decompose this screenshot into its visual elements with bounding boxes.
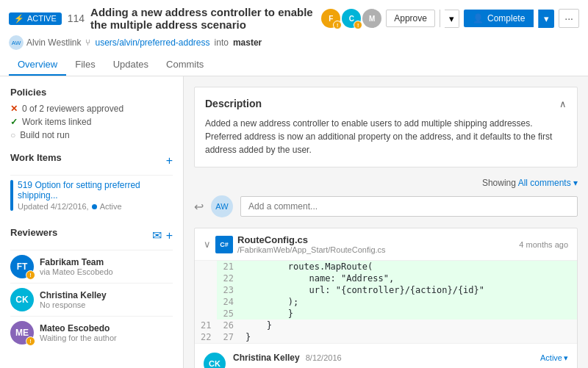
line-num-new-6: 26 xyxy=(217,320,239,331)
user-icon: 👤 xyxy=(473,13,484,24)
file-collapse-icon[interactable]: ∨ xyxy=(204,239,211,250)
description-body: Added a new address controller to enable… xyxy=(205,117,567,156)
code-content-4: ); xyxy=(240,296,577,308)
code-line-5: 25 } xyxy=(195,308,577,320)
status-chevron-icon: ▾ xyxy=(564,353,568,363)
reviewer-sub-0: via Mateo Escobedo xyxy=(40,267,173,276)
wi-status-dot xyxy=(92,204,97,209)
file-time: 4 months ago xyxy=(519,240,568,249)
reviewer-action-buttons: ✉ + xyxy=(152,230,173,242)
comments-filter-row: Showing All comments ▾ xyxy=(194,178,578,188)
code-line-7: 22 27 } xyxy=(195,331,577,343)
header: ⚡ ACTIVE 114 Adding a new address contro… xyxy=(0,0,588,76)
collapse-icon[interactable]: ∧ xyxy=(559,98,567,109)
code-content-1: routes.MapRoute( xyxy=(240,261,577,273)
tab-commits[interactable]: Commits xyxy=(157,54,212,76)
comment-date-0: 8/12/2016 xyxy=(306,353,342,362)
reply-arrow-icon: ↩ xyxy=(194,200,204,214)
email-reviewer-button[interactable]: ✉ xyxy=(152,230,162,242)
target-branch[interactable]: master xyxy=(233,37,262,48)
reviewer-badge-2: ! xyxy=(354,21,362,29)
line-num-new-7: 27 xyxy=(217,331,239,343)
reviewer-avatars: F ! C ! M xyxy=(321,9,381,28)
work-items-header: Work Items + xyxy=(10,152,173,169)
work-item-0: 519 Option for setting preferred shippin… xyxy=(10,175,173,215)
approve-dropdown-button[interactable]: ▾ xyxy=(445,10,459,28)
reviewer-name-1: Christina Kelley xyxy=(40,290,173,300)
policy-item-2: ○ Build not run xyxy=(10,130,173,140)
code-line-3: 23 url: "{controller}/{action}/{id}" xyxy=(195,284,577,296)
reviewers-title: Reviewers xyxy=(10,227,57,238)
wi-meta: Updated 4/12/2016, Active xyxy=(18,202,173,211)
header-sub-row: AW Alvin Westlink ⑂ users/alvin/preferre… xyxy=(9,35,579,50)
description-title: Description xyxy=(205,98,262,109)
reviewer-item-1: CK Christina Kelley No response xyxy=(10,283,173,316)
line-num-old-3 xyxy=(195,284,217,296)
avatar-reviewer-1[interactable]: F ! xyxy=(321,9,340,28)
reviewer-badge-1: ! xyxy=(333,21,342,29)
line-num-new-2: 22 xyxy=(217,273,239,284)
reviewer-info-1: Christina Kelley No response xyxy=(40,290,173,309)
complete-dropdown-button[interactable]: ▾ xyxy=(538,10,554,28)
policies-title: Policies xyxy=(10,87,173,98)
header-actions: F ! C ! M Approve ▾ 👤 Complete ▾ ··· xyxy=(321,9,579,28)
header-top-row: ⚡ ACTIVE 114 Adding a new address contro… xyxy=(9,6,579,31)
file-type-icon: C# xyxy=(215,236,233,253)
tab-files[interactable]: Files xyxy=(66,54,104,76)
content-area: Description ∧ Added a new address contro… xyxy=(184,76,588,368)
source-branch[interactable]: users/alvin/preferred-address xyxy=(95,37,209,48)
wi-title[interactable]: 519 Option for setting preferred shippin… xyxy=(18,180,173,201)
reviewer-avatar-1: CK xyxy=(10,288,34,311)
wi-content: 519 Option for setting preferred shippin… xyxy=(18,180,173,211)
policy-x-icon: ✕ xyxy=(10,104,18,114)
line-num-old-7: 22 xyxy=(195,331,217,343)
current-user-avatar: AW xyxy=(211,195,233,217)
code-line-2: 22 name: "Address", xyxy=(195,273,577,284)
tab-overview[interactable]: Overview xyxy=(9,54,66,76)
pr-author: AW Alvin Westlink xyxy=(9,35,81,50)
line-num-old-4 xyxy=(195,296,217,308)
reviewer-sub-2: Waiting for the author xyxy=(40,333,173,342)
code-content-7: } xyxy=(240,331,577,343)
line-num-old-6: 21 xyxy=(195,320,217,331)
branch-fork-icon: ⑂ xyxy=(85,37,90,48)
divider xyxy=(440,10,440,27)
comments-filter-link[interactable]: All comments ▾ xyxy=(518,178,578,188)
policy-text-0: 0 of 2 reviewers approved xyxy=(22,104,123,114)
comment-status-0[interactable]: Active ▾ xyxy=(540,353,568,363)
avatar-reviewer-2[interactable]: C ! xyxy=(342,9,361,28)
wi-bar xyxy=(10,180,13,211)
into-label: into xyxy=(215,37,229,48)
comment-avatar-0: CK xyxy=(204,353,226,368)
policy-item-0: ✕ 0 of 2 reviewers approved xyxy=(10,104,173,114)
file-name-path: RouteConfig.cs /FabrikamWeb/App_Start/Ro… xyxy=(237,234,386,254)
policies-section: Policies ✕ 0 of 2 reviewers approved ✓ W… xyxy=(10,87,173,140)
comment-input[interactable] xyxy=(240,196,578,217)
approve-button[interactable]: Approve xyxy=(386,10,435,27)
complete-button[interactable]: 👤 Complete xyxy=(464,10,534,27)
file-name: RouteConfig.cs xyxy=(237,234,386,245)
description-card: Description ∧ Added a new address contro… xyxy=(194,87,578,167)
more-options-button[interactable]: ··· xyxy=(559,9,579,28)
wi-id: 519 xyxy=(18,180,32,190)
tab-updates[interactable]: Updates xyxy=(104,54,157,76)
file-card-header: ∨ C# RouteConfig.cs /FabrikamWeb/App_Sta… xyxy=(195,228,577,261)
policy-text-1: Work items linked xyxy=(22,117,91,127)
reviewers-header: Reviewers ✉ + xyxy=(10,227,173,244)
add-work-item-button[interactable]: + xyxy=(166,155,173,167)
reviewer-avatar-2: ME ! xyxy=(10,321,34,344)
status-badge: ⚡ ACTIVE xyxy=(9,12,62,25)
reviewer-info-0: Fabrikam Team via Mateo Escobedo xyxy=(40,257,173,276)
wi-status: Active xyxy=(100,202,122,211)
add-reviewer-button[interactable]: + xyxy=(166,230,173,242)
sidebar: Policies ✕ 0 of 2 reviewers approved ✓ W… xyxy=(0,76,184,368)
reviewer-name-2: Mateo Escobedo xyxy=(40,323,173,333)
avatar-reviewer-3[interactable]: M xyxy=(362,9,381,28)
reviewer-item-2: ME ! Mateo Escobedo Waiting for the auth… xyxy=(10,316,173,349)
work-items-title: Work Items xyxy=(10,152,62,163)
code-content-6: } xyxy=(240,320,577,331)
line-num-new-3: 23 xyxy=(217,284,239,296)
comment-author-0: Christina Kelley xyxy=(233,353,300,363)
reviewer-badge-2: ! xyxy=(26,336,35,346)
policy-text-2: Build not run xyxy=(20,130,69,140)
